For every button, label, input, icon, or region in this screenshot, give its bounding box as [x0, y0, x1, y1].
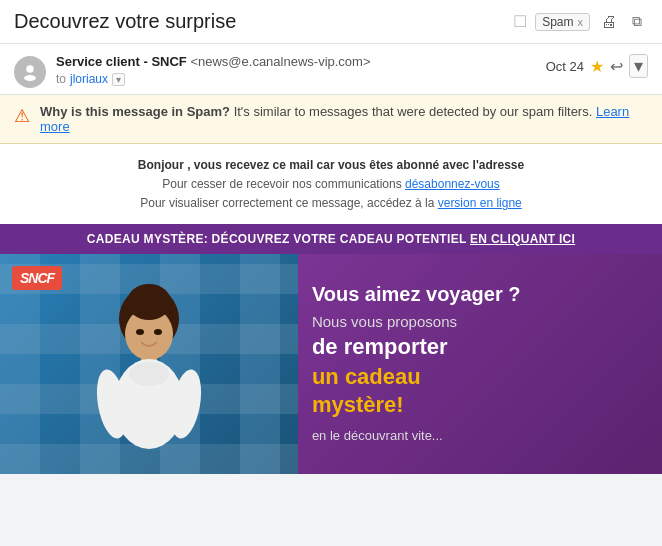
bookmark-icon: ☐	[513, 12, 527, 31]
email-date: Oct 24	[546, 59, 584, 74]
sender-row: Service client - SNCF <news@e.canalnews-…	[0, 44, 662, 95]
promo-line1: Vous aimez voyager ?	[312, 282, 644, 306]
svg-point-0	[26, 65, 34, 73]
promo-line4: un cadeau	[312, 364, 644, 390]
spam-warning: ⚠ Why is this message in Spam? It's simi…	[0, 95, 662, 144]
spam-tag[interactable]: Spam x	[535, 13, 590, 31]
unsubscribe-link[interactable]: désabonnez-vous	[405, 177, 500, 191]
banner-link[interactable]: EN CLIQUANT ICI	[470, 232, 575, 246]
avatar	[14, 56, 46, 88]
recipient-name[interactable]: jloriaux	[70, 72, 108, 86]
promo-container: SNCF	[0, 254, 662, 474]
promo-line6: en le découvrant vite...	[312, 427, 644, 445]
warning-icon: ⚠	[14, 105, 30, 127]
email-body: Bonjour , vous recevez ce mail car vous …	[0, 144, 662, 474]
spam-tag-close[interactable]: x	[578, 16, 584, 28]
spam-description: It's similar to messages that were detec…	[234, 104, 596, 119]
to-label: to	[56, 72, 66, 86]
sncf-logo: SNCF	[12, 266, 62, 290]
spam-warning-text: Why is this message in Spam? It's simila…	[40, 104, 648, 134]
email-intro: Bonjour , vous recevez ce mail car vous …	[0, 144, 662, 224]
sender-info: Service client - SNCF <news@e.canalnews-…	[56, 54, 536, 86]
svg-point-11	[154, 329, 162, 335]
promo-image-left: SNCF	[0, 254, 298, 474]
email-title: Decouvrez votre surprise	[14, 10, 505, 33]
promo-line2: Nous vous proposons	[312, 312, 644, 332]
svg-point-4	[127, 284, 171, 320]
person-figure	[84, 274, 214, 474]
unsubscribe-line: Pour cesser de recevoir nos communicatio…	[162, 177, 405, 191]
promo-line3: de remporter	[312, 334, 644, 360]
to-row: to jloriaux ▾	[56, 72, 536, 86]
intro-bold: Bonjour , vous recevez ce mail car vous …	[138, 158, 524, 172]
banner-text: CADEAU MYSTÈRE: DÉCOUVREZ VOTRE CADEAU P…	[87, 232, 470, 246]
spam-tag-label: Spam	[542, 15, 573, 29]
email-header: Decouvrez votre surprise ☐ Spam x 🖨 ⧉	[0, 0, 662, 44]
reply-icon[interactable]: ↩	[610, 57, 623, 76]
star-icon[interactable]: ★	[590, 57, 604, 76]
spam-question: Why is this message in Spam?	[40, 104, 230, 119]
print-icon[interactable]: 🖨	[598, 12, 620, 32]
sender-name-line: Service client - SNCF <news@e.canalnews-…	[56, 54, 536, 69]
promo-banner: CADEAU MYSTÈRE: DÉCOUVREZ VOTRE CADEAU P…	[0, 224, 662, 254]
recipient-dropdown[interactable]: ▾	[112, 73, 125, 86]
svg-point-7	[129, 362, 169, 386]
sender-email: <news@e.canalnews-vip.com>	[190, 54, 370, 69]
date-area: Oct 24 ★ ↩ ▾	[546, 54, 648, 78]
header-actions: 🖨 ⧉	[598, 12, 648, 32]
promo-text-right: Vous aimez voyager ? Nous vous proposons…	[298, 254, 662, 474]
open-new-icon[interactable]: ⧉	[626, 12, 648, 32]
online-link[interactable]: version en ligne	[438, 196, 522, 210]
online-line: Pour visualiser correctement ce message,…	[140, 196, 437, 210]
svg-point-10	[136, 329, 144, 335]
svg-point-1	[24, 75, 36, 81]
sender-name: Service client - SNCF	[56, 54, 187, 69]
more-actions-icon[interactable]: ▾	[629, 54, 648, 78]
promo-line5: mystère!	[312, 392, 644, 418]
